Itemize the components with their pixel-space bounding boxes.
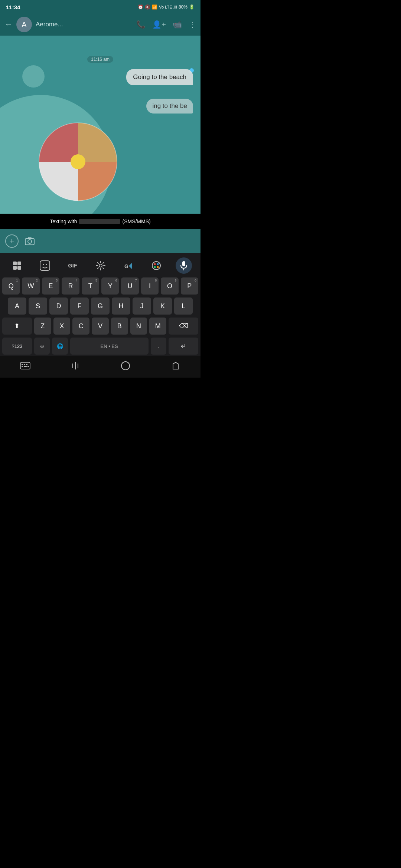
key-b[interactable]: B <box>111 318 128 335</box>
key-t[interactable]: T5 <box>82 277 99 295</box>
add-attachment-button[interactable]: + <box>5 234 19 248</box>
key-u[interactable]: U7 <box>121 277 138 295</box>
key-f[interactable]: F <box>70 297 89 315</box>
svg-rect-8 <box>13 266 17 270</box>
microphone-button[interactable] <box>176 257 192 274</box>
backspace-key[interactable]: ⌫ <box>169 318 198 335</box>
suggestion-bubble: ing to the be <box>146 99 193 114</box>
key-o[interactable]: O9 <box>161 277 178 295</box>
svg-rect-7 <box>17 262 21 265</box>
space-key[interactable]: EN • ES <box>70 338 149 355</box>
svg-rect-27 <box>24 366 27 367</box>
palette-button[interactable] <box>148 259 165 273</box>
phone-number-redacted <box>79 219 120 224</box>
svg-rect-22 <box>20 362 30 369</box>
key-i[interactable]: I8 <box>141 277 159 295</box>
chat-area: 11:16 am Going to the beach ing to the b… <box>0 36 200 214</box>
phone-icon[interactable]: 📞 <box>136 20 146 29</box>
status-time: 11:34 <box>6 4 20 10</box>
key-h[interactable]: H <box>112 297 130 315</box>
svg-rect-26 <box>22 366 23 367</box>
language-key[interactable]: 🌐 <box>52 338 68 355</box>
key-e[interactable]: E3 <box>42 277 59 295</box>
back-button[interactable]: ← <box>4 20 13 29</box>
key-p[interactable]: P0 <box>181 277 198 295</box>
home-nav-button[interactable] <box>114 361 137 371</box>
contact-name[interactable]: Aerome... <box>36 21 133 28</box>
keyboard-nav-button[interactable] <box>14 362 36 369</box>
add-person-icon[interactable]: 👤+ <box>152 20 166 29</box>
key-n[interactable]: N <box>130 318 147 335</box>
signal-icon: Vo LTE .ill <box>159 5 177 9</box>
message-text: Going to the beach <box>133 73 186 80</box>
message-timestamp: 11:16 am <box>87 56 113 63</box>
key-y[interactable]: Y6 <box>101 277 119 295</box>
period-key[interactable]: . <box>151 338 166 355</box>
svg-point-11 <box>43 264 44 265</box>
key-s[interactable]: S <box>29 297 47 315</box>
svg-rect-24 <box>24 364 25 365</box>
key-x[interactable]: X <box>53 318 71 335</box>
suggestion-text: ing to the be <box>152 102 187 109</box>
key-l[interactable]: L <box>174 297 193 315</box>
svg-rect-23 <box>22 364 23 365</box>
keyboard-row-1: Q1 W2 E3 R4 T5 Y6 U7 I8 O9 P0 <box>2 277 198 295</box>
key-w[interactable]: W2 <box>22 277 39 295</box>
keyboard-items-button[interactable] <box>9 259 26 273</box>
svg-rect-9 <box>17 266 21 270</box>
emoji-key[interactable]: ☺ <box>34 338 50 355</box>
svg-point-13 <box>99 264 102 267</box>
message-bubble: Going to the beach <box>126 69 193 85</box>
battery-text: 80% <box>179 4 188 10</box>
key-v[interactable]: V <box>92 318 109 335</box>
key-g[interactable]: G <box>91 297 110 315</box>
svg-rect-25 <box>26 364 27 365</box>
video-icon[interactable]: 📹 <box>173 20 182 29</box>
svg-point-32 <box>121 362 130 370</box>
svg-point-18 <box>154 266 156 268</box>
input-row: + <box>0 229 200 253</box>
battery-icon: 🔋 <box>189 4 195 10</box>
recents-nav-button[interactable] <box>164 362 187 370</box>
back-nav-button[interactable] <box>64 361 87 371</box>
shift-key[interactable]: ⬆ <box>2 318 32 335</box>
key-a[interactable]: A <box>8 297 26 315</box>
svg-point-1 <box>71 154 85 169</box>
more-icon[interactable]: ⋮ <box>189 20 196 29</box>
translate-button[interactable]: G <box>120 259 137 273</box>
numbers-key[interactable]: ?123 <box>2 338 32 355</box>
key-j[interactable]: J <box>133 297 151 315</box>
status-bar: 11:34 ⏰ 🔇 📶 Vo LTE .ill 80% 🔋 <box>0 0 200 13</box>
gif-button[interactable]: GIF <box>64 259 81 273</box>
texting-banner: Texting with (SMS/MMS) <box>0 214 200 229</box>
svg-rect-20 <box>182 261 185 266</box>
sticker-button[interactable] <box>36 259 53 273</box>
keyboard-row-3: ⬆ Z X C V B N M ⌫ <box>2 318 198 335</box>
app-bar: ← A Aerome... 📞 👤+ 📹 ⋮ <box>0 13 200 36</box>
key-z[interactable]: Z <box>34 318 51 335</box>
keyboard-toolbar: GIF G <box>1 255 199 277</box>
key-k[interactable]: K <box>153 297 172 315</box>
keyboard-rows: Q1 W2 E3 R4 T5 Y6 U7 I8 O9 P0 A S D F G … <box>1 277 199 355</box>
svg-text:G: G <box>124 263 128 269</box>
texting-suffix: (SMS/MMS) <box>122 218 150 224</box>
key-m[interactable]: M <box>149 318 166 335</box>
keyboard: GIF G <box>0 253 200 356</box>
status-icons: ⏰ 🔇 📶 Vo LTE .ill 80% 🔋 <box>138 4 195 10</box>
svg-point-4 <box>28 240 32 243</box>
svg-rect-28 <box>27 366 29 367</box>
svg-rect-10 <box>40 261 50 270</box>
key-c[interactable]: C <box>72 318 89 335</box>
mute-icon: 🔇 <box>145 4 150 10</box>
enter-key[interactable]: ↵ <box>169 338 198 355</box>
nav-bar <box>0 356 200 378</box>
key-r[interactable]: R4 <box>62 277 79 295</box>
settings-button[interactable] <box>92 259 109 273</box>
key-d[interactable]: D <box>49 297 68 315</box>
key-q[interactable]: Q1 <box>2 277 20 295</box>
svg-point-17 <box>157 263 159 265</box>
avatar[interactable]: A <box>16 17 32 32</box>
svg-rect-6 <box>13 262 17 265</box>
camera-button[interactable] <box>23 234 36 248</box>
app-bar-actions: 📞 👤+ 📹 ⋮ <box>136 20 196 29</box>
